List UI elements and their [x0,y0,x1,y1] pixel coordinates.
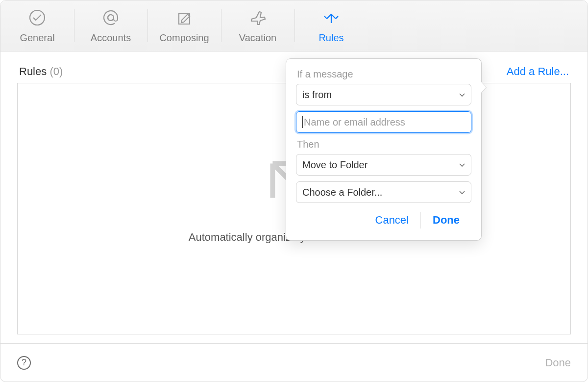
add-rule-popover: If a message is from Name or email addre… [286,58,482,241]
text-caret [302,116,303,128]
tab-general[interactable]: General [0,0,74,51]
popover-button-row: Cancel Done [296,211,471,229]
match-input-placeholder: Name or email address [304,117,405,128]
chevron-down-icon [459,91,465,99]
tab-label: Composing [159,32,209,44]
rules-title: Rules (0) [19,65,63,78]
preferences-window: General Accounts Composing Vacation Rule… [0,0,588,382]
condition-select-value: is from [302,89,332,101]
action-select[interactable]: Move to Folder [296,154,471,176]
action-select-value: Move to Folder [302,159,368,171]
rules-title-text: Rules [19,65,47,77]
tab-rules[interactable]: Rules [294,0,368,51]
question-mark-icon: ? [22,357,26,368]
at-sign-icon [101,8,120,29]
cancel-button[interactable]: Cancel [364,211,420,229]
add-rule-link[interactable]: Add a Rule... [507,65,569,78]
tab-vacation[interactable]: Vacation [221,0,294,51]
airplane-icon [248,8,267,29]
rules-count: (0) [49,65,63,77]
folder-select-value: Choose a Folder... [302,187,382,198]
tab-label: Rules [318,32,343,44]
condition-select[interactable]: is from [296,84,471,105]
compose-icon [175,8,194,29]
rules-arrows-icon [322,8,341,29]
condition-section-label: If a message [297,69,471,80]
toolbar: General Accounts Composing Vacation Rule… [0,0,588,51]
svg-point-0 [30,10,45,25]
done-button[interactable]: Done [545,357,571,369]
popover-arrow [481,81,486,93]
chevron-down-icon [459,188,465,196]
checkmark-circle-icon [28,8,47,29]
tab-composing[interactable]: Composing [147,0,221,51]
tab-label: Vacation [239,32,276,44]
tab-label: Accounts [91,32,131,44]
match-value-input[interactable]: Name or email address [296,111,471,133]
footer: ? Done [0,343,588,382]
popover-done-button[interactable]: Done [421,211,471,229]
action-section-label: Then [297,139,471,150]
tab-accounts[interactable]: Accounts [74,0,147,51]
folder-select[interactable]: Choose a Folder... [296,181,471,203]
help-button[interactable]: ? [17,356,31,370]
tab-label: General [20,32,54,44]
chevron-down-icon [459,161,465,169]
